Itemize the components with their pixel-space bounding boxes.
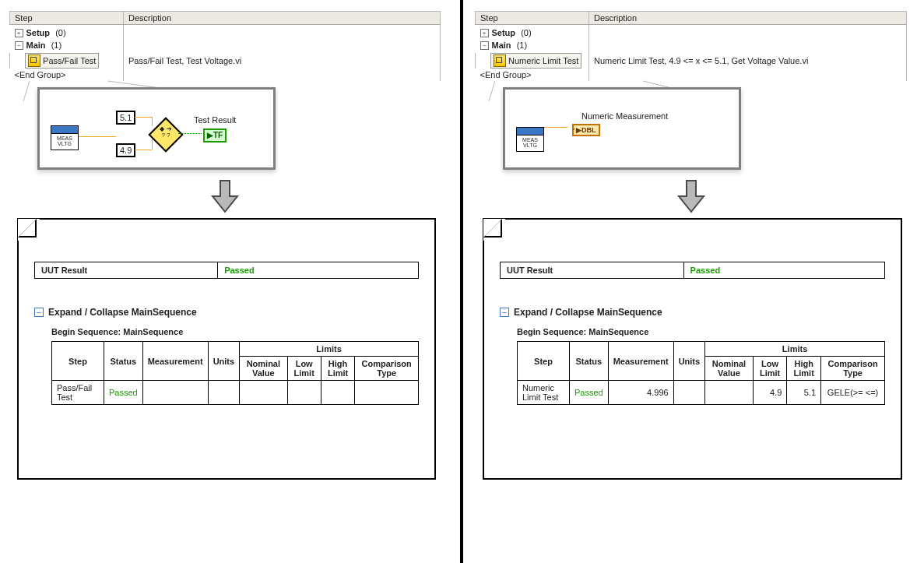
result-table-left: Step Status Measurement Units Limits Nom… xyxy=(51,341,419,405)
meas-vltg-node: MEAS VLTG xyxy=(516,127,544,152)
meas-vltg-node: MEAS VLTG xyxy=(51,125,79,150)
step-desc: Numeric Limit Test, 4.9 <= x <= 5.1, Get… xyxy=(589,53,907,69)
col-step[interactable]: Step xyxy=(476,12,589,25)
collapse-icon[interactable] xyxy=(480,41,489,50)
lower-limit-const: 4.9 xyxy=(116,143,135,157)
down-arrow-icon xyxy=(9,179,441,215)
collapse-button[interactable] xyxy=(500,308,509,317)
step-desc: Pass/Fail Test, Test Voltage.vi xyxy=(124,53,441,69)
expand-icon[interactable] xyxy=(480,29,489,37)
tree-main[interactable]: Main (1) xyxy=(15,39,119,51)
labview-diagram-right: MEAS VLTG Numeric Measurement ▶DBL xyxy=(503,87,741,170)
col-description[interactable]: Description xyxy=(124,12,441,25)
page-fold-icon xyxy=(18,219,40,241)
col-step[interactable]: Step xyxy=(10,12,124,25)
tree-main[interactable]: Main (1) xyxy=(480,39,585,51)
collapse-button[interactable] xyxy=(34,308,44,317)
expand-collapse-title[interactable]: Expand / Collapse MainSequence xyxy=(514,307,662,318)
vi-icon xyxy=(494,55,506,67)
vertical-divider xyxy=(460,0,463,563)
table-row[interactable]: Numeric Limit Test Passed 4.996 4.9 5.1 … xyxy=(518,381,885,405)
step-numeric-limit[interactable]: Numeric Limit Test xyxy=(490,53,581,69)
sequence-view-right: Step Description Setup (0) Main (1) xyxy=(475,11,907,81)
end-group: <End Group> xyxy=(476,69,589,81)
uut-result-table: UUT Result Passed xyxy=(34,262,419,279)
begin-sequence: Begin Sequence: MainSequence xyxy=(517,327,885,336)
vi-icon xyxy=(28,55,40,67)
report-left: UUT Result Passed Expand / Collapse Main… xyxy=(17,218,436,480)
expand-icon[interactable] xyxy=(15,29,23,37)
dbl-indicator: ▶DBL xyxy=(572,124,600,136)
uut-result-table: UUT Result Passed xyxy=(500,262,885,279)
end-group: <End Group> xyxy=(10,69,124,81)
numeric-measurement-label: Numeric Measurement xyxy=(581,111,668,121)
begin-sequence: Begin Sequence: MainSequence xyxy=(51,327,419,336)
tree-setup[interactable]: Setup (0) xyxy=(480,26,585,39)
page-fold-icon xyxy=(483,219,505,241)
sequence-view-left: Step Description Setup (0) Main (1) xyxy=(9,11,441,81)
upper-limit-const: 5.1 xyxy=(116,111,135,125)
test-result-label: Test Result xyxy=(194,115,236,125)
step-passfail[interactable]: Pass/Fail Test xyxy=(25,53,99,69)
down-arrow-icon xyxy=(475,179,907,215)
labview-diagram-left: MEAS VLTG 5.1 4.9 ◆ ➔? ? Test Result ▶TF xyxy=(37,87,276,170)
table-row[interactable]: Pass/Fail Test Passed xyxy=(52,381,419,405)
expand-collapse-title[interactable]: Expand / Collapse MainSequence xyxy=(48,307,197,318)
collapse-icon[interactable] xyxy=(15,41,23,50)
tf-indicator: ▶TF xyxy=(203,128,227,143)
result-table-right: Step Status Measurement Units Limits Nom… xyxy=(517,341,885,405)
in-range-comparator: ◆ ➔? ? xyxy=(148,117,183,152)
col-description[interactable]: Description xyxy=(589,12,907,25)
tree-setup[interactable]: Setup (0) xyxy=(15,26,119,39)
report-right: UUT Result Passed Expand / Collapse Main… xyxy=(483,218,902,480)
